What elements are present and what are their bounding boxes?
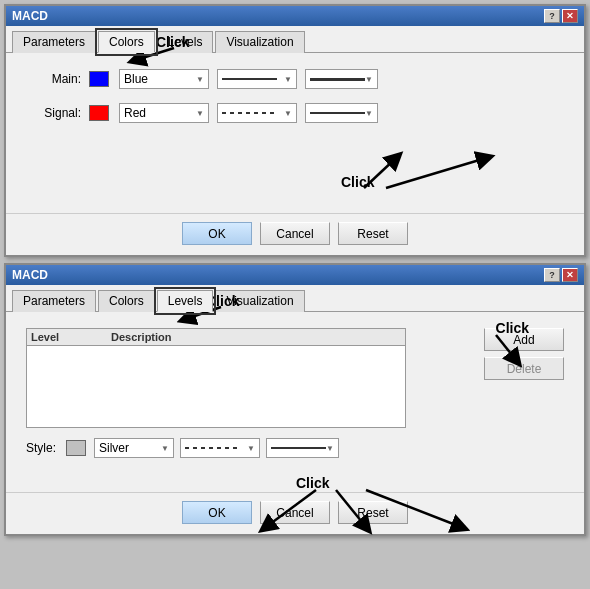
svg-line-2 — [386, 158, 486, 188]
signal-color-box[interactable] — [89, 105, 109, 121]
title-bar-2: MACD ? ✕ — [6, 265, 584, 285]
signal-style-dropdown[interactable]: ▼ — [217, 103, 297, 123]
tab-bar-2: Parameters Colors Levels Visualization — [6, 285, 584, 312]
main-style-arrow: ▼ — [284, 75, 292, 84]
desc-col-header: Description — [111, 331, 401, 343]
main-label: Main: — [26, 72, 81, 86]
tab-levels-2[interactable]: Levels — [157, 290, 214, 312]
style-line-dropdown[interactable]: ▼ — [180, 438, 260, 458]
reset-button-2[interactable]: Reset — [338, 501, 408, 524]
style-width-dropdown[interactable]: ▼ — [266, 438, 339, 458]
cancel-button-1[interactable]: Cancel — [260, 222, 330, 245]
title-buttons-2: ? ✕ — [544, 268, 578, 282]
dialog-macd-colors: MACD ? ✕ Parameters Colors Levels Visual… — [4, 4, 586, 257]
title-buttons-1: ? ✕ — [544, 9, 578, 23]
ok-button-1[interactable]: OK — [182, 222, 252, 245]
help-button-2[interactable]: ? — [544, 268, 560, 282]
click-label-lines-1: Click — [341, 174, 374, 190]
colors-content: Main: Blue ▼ ▼ ▼ Signal: Red ▼ — [6, 53, 584, 213]
main-color-box[interactable] — [89, 71, 109, 87]
style-width-arrow: ▼ — [326, 444, 334, 453]
main-color-dropdown[interactable]: Blue ▼ — [119, 69, 209, 89]
level-table: Level Description — [26, 328, 406, 428]
levels-layout: Level Description Style: Silver ▼ ▼ — [26, 328, 564, 458]
close-button-1[interactable]: ✕ — [562, 9, 578, 23]
tab-colors-2[interactable]: Colors — [98, 290, 155, 312]
svg-line-1 — [364, 158, 396, 188]
ok-button-2[interactable]: OK — [182, 501, 252, 524]
title-2: MACD — [12, 268, 48, 282]
tab-parameters-1[interactable]: Parameters — [12, 31, 96, 53]
click-label-style: Click — [296, 475, 329, 491]
style-row: Style: Silver ▼ ▼ ▼ — [26, 438, 474, 458]
signal-width-arrow: ▼ — [365, 109, 373, 118]
tab-bar-1: Parameters Colors Levels Visualization — [6, 26, 584, 53]
main-width-arrow: ▼ — [365, 75, 373, 84]
close-button-2[interactable]: ✕ — [562, 268, 578, 282]
main-row: Main: Blue ▼ ▼ ▼ — [26, 69, 564, 89]
tab-visualization-1[interactable]: Visualization — [215, 31, 304, 53]
delete-button[interactable]: Delete — [484, 357, 564, 380]
levels-content: Level Description Style: Silver ▼ ▼ — [6, 312, 584, 492]
signal-row: Signal: Red ▼ ▼ ▼ — [26, 103, 564, 123]
main-line-solid — [222, 78, 277, 80]
tab-levels-1[interactable]: Levels — [157, 31, 214, 53]
footer-2: OK Cancel Reset — [6, 492, 584, 534]
level-buttons: Add Delete — [484, 328, 564, 458]
help-button-1[interactable]: ? — [544, 9, 560, 23]
style-color-arrow: ▼ — [161, 444, 169, 453]
style-color-dropdown[interactable]: Silver ▼ — [94, 438, 174, 458]
dialog-macd-levels: MACD ? ✕ Parameters Colors Levels Visual… — [4, 263, 586, 536]
cancel-button-2[interactable]: Cancel — [260, 501, 330, 524]
main-width-dropdown[interactable]: ▼ — [305, 69, 378, 89]
signal-line-dashed — [222, 112, 277, 114]
style-label: Style: — [26, 441, 56, 455]
title-1: MACD — [12, 9, 48, 23]
style-line-arrow: ▼ — [247, 444, 255, 453]
style-width-solid — [271, 447, 326, 449]
reset-button-1[interactable]: Reset — [338, 222, 408, 245]
style-line-dashed — [185, 447, 240, 449]
main-color-arrow: ▼ — [196, 75, 204, 84]
title-bar-1: MACD ? ✕ — [6, 6, 584, 26]
signal-color-dropdown[interactable]: Red ▼ — [119, 103, 209, 123]
signal-label: Signal: — [26, 106, 81, 120]
tab-colors-1[interactable]: Colors — [98, 31, 155, 53]
add-button[interactable]: Add — [484, 328, 564, 351]
main-style-dropdown[interactable]: ▼ — [217, 69, 297, 89]
signal-width-dropdown[interactable]: ▼ — [305, 103, 378, 123]
signal-line-solid — [310, 112, 365, 114]
level-table-header: Level Description — [27, 329, 405, 346]
level-col-header: Level — [31, 331, 111, 343]
footer-1: OK Cancel Reset — [6, 213, 584, 255]
level-table-container: Level Description Style: Silver ▼ ▼ — [26, 328, 474, 458]
main-line-solid-2 — [310, 78, 365, 81]
tab-parameters-2[interactable]: Parameters — [12, 290, 96, 312]
tab-visualization-2[interactable]: Visualization — [215, 290, 304, 312]
style-color-box[interactable] — [66, 440, 86, 456]
signal-style-arrow: ▼ — [284, 109, 292, 118]
signal-color-arrow: ▼ — [196, 109, 204, 118]
